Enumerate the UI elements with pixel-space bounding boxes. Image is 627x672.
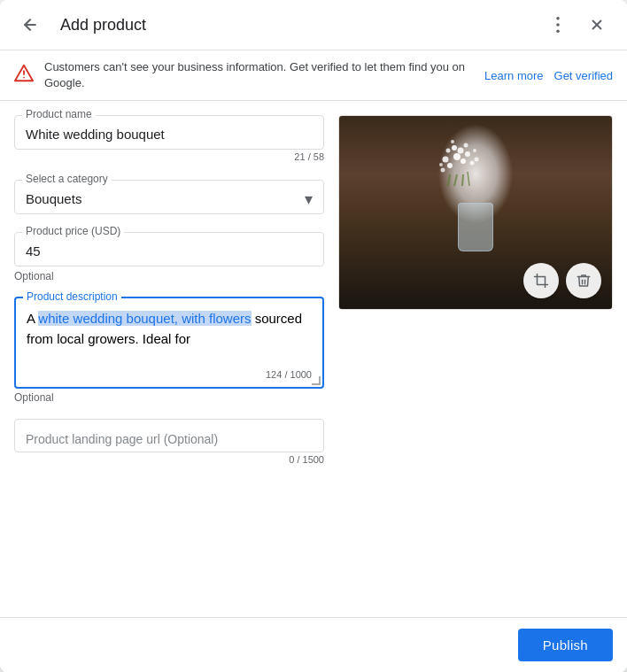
svg-point-21	[439, 163, 443, 166]
product-name-group: Product name	[14, 115, 324, 150]
svg-point-15	[465, 151, 470, 157]
description-label: Product description	[23, 290, 121, 303]
category-group: Select a category Bouquets ▾ Bouquets Ar…	[14, 180, 324, 214]
svg-point-11	[461, 158, 466, 164]
description-counter: 124 / 1000	[27, 367, 312, 383]
flowers-decoration	[423, 126, 503, 192]
url-group	[14, 419, 324, 452]
description-content[interactable]: A white wedding bouquet, with flowers so…	[27, 305, 312, 367]
description-optional: Optional	[14, 388, 54, 404]
svg-point-14	[446, 149, 451, 153]
price-optional: Optional	[14, 266, 324, 282]
svg-point-13	[452, 145, 457, 151]
alert-message: Customers can't see your business inform…	[44, 59, 474, 91]
svg-point-19	[451, 140, 454, 143]
back-button[interactable]	[14, 9, 46, 41]
price-label: Product price (USD)	[22, 225, 124, 237]
price-group: Product price (USD)	[14, 232, 324, 266]
page-title: Add product	[60, 16, 542, 35]
svg-point-1	[556, 17, 560, 20]
svg-point-12	[458, 148, 464, 154]
description-section: Product description A white wedding bouq…	[14, 297, 324, 405]
content-area: Product name 21 / 58 Select a category B…	[0, 101, 627, 617]
svg-line-23	[454, 174, 457, 186]
svg-point-8	[447, 163, 453, 168]
get-verified-link[interactable]: Get verified	[554, 69, 613, 82]
product-name-counter: 21 / 58	[14, 150, 324, 166]
left-panel: Product name 21 / 58 Select a category B…	[14, 115, 324, 468]
image-actions	[523, 263, 601, 298]
svg-point-16	[470, 161, 475, 166]
desc-text-before: A	[27, 311, 38, 326]
vase-decoration	[458, 203, 493, 251]
svg-point-9	[453, 153, 461, 160]
price-section: Product price (USD) Optional	[14, 232, 324, 282]
learn-more-link[interactable]: Learn more	[484, 69, 543, 82]
more-options-button[interactable]	[542, 9, 574, 41]
publish-button[interactable]: Publish	[518, 629, 613, 661]
delete-image-button[interactable]	[566, 263, 601, 298]
description-group: Product description A white wedding bouq…	[14, 297, 324, 389]
app-header: Add product	[0, 0, 627, 50]
url-input[interactable]	[26, 430, 313, 448]
url-counter: 0 / 1500	[14, 452, 324, 468]
url-section: 0 / 1500	[14, 419, 324, 468]
alert-bar: Customers can't see your business inform…	[0, 50, 627, 101]
product-name-label: Product name	[22, 108, 96, 120]
product-image-container	[338, 115, 613, 310]
svg-line-25	[448, 174, 450, 186]
svg-line-26	[468, 172, 469, 186]
svg-point-22	[475, 158, 479, 162]
footer: Publish	[0, 617, 627, 672]
svg-point-18	[464, 143, 468, 148]
svg-point-20	[473, 149, 476, 152]
main-layout: Product name 21 / 58 Select a category B…	[14, 115, 613, 468]
price-input[interactable]	[26, 240, 313, 262]
resize-handle[interactable]	[312, 376, 321, 385]
desc-highlighted: white wedding bouquet, with flowers	[38, 311, 251, 326]
header-actions	[542, 9, 613, 41]
product-name-input[interactable]	[26, 123, 313, 145]
svg-point-7	[23, 76, 25, 78]
alert-links: Learn more Get verified	[484, 69, 613, 82]
alert-icon	[14, 64, 34, 88]
svg-point-17	[441, 168, 445, 173]
crop-image-button[interactable]	[523, 263, 559, 298]
svg-point-10	[443, 157, 449, 163]
svg-point-3	[556, 29, 560, 33]
product-name-field: Product name 21 / 58	[14, 115, 324, 166]
svg-point-2	[556, 23, 560, 27]
close-button[interactable]	[581, 9, 613, 41]
svg-line-24	[462, 174, 463, 186]
right-panel	[338, 115, 613, 468]
